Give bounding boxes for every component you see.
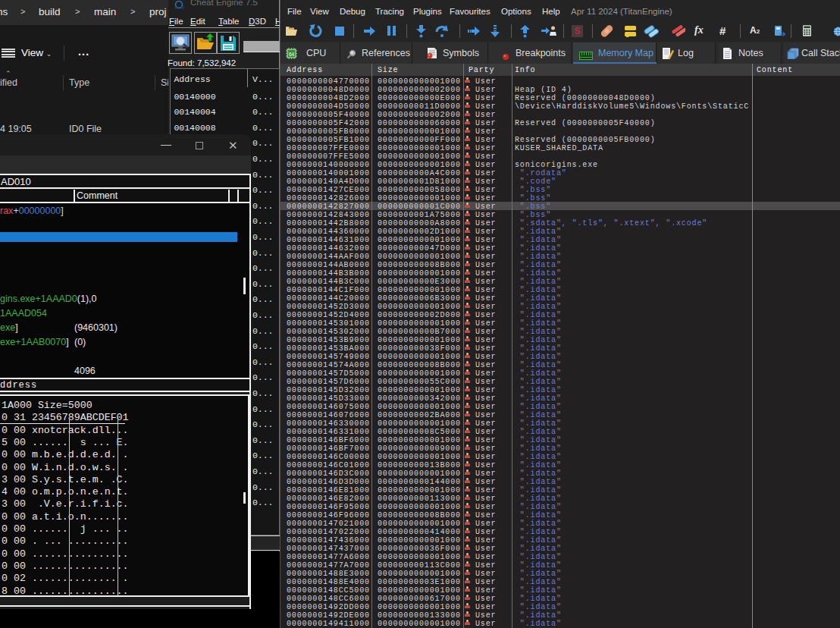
svg-text:64: 64 (289, 52, 295, 57)
